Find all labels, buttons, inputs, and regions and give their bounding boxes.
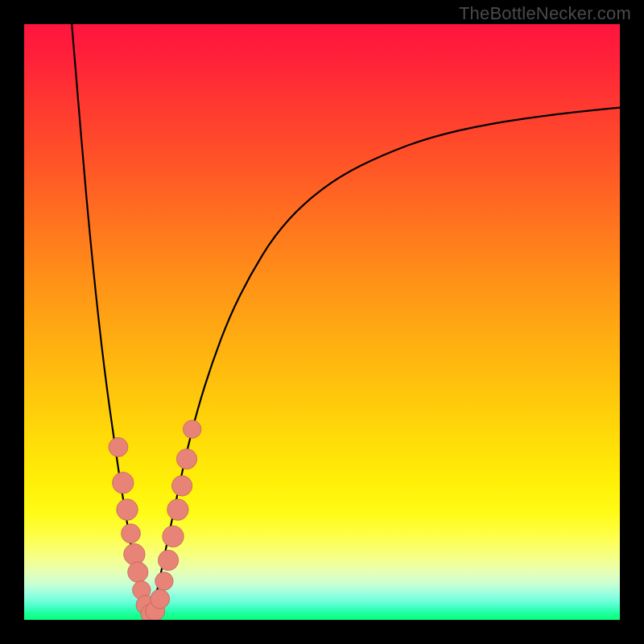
data-marker xyxy=(183,420,201,439)
watermark-text: TheBottleNecker.com xyxy=(459,3,631,24)
data-marker xyxy=(163,526,184,547)
plot-area xyxy=(24,24,620,620)
data-marker xyxy=(117,499,138,521)
data-marker xyxy=(124,543,146,565)
right-branch-curve xyxy=(149,108,620,617)
data-marker xyxy=(171,476,192,496)
marker-group xyxy=(109,420,201,620)
data-marker xyxy=(151,589,170,609)
data-marker xyxy=(158,550,178,570)
chart-frame: TheBottleNecker.com xyxy=(0,0,644,644)
data-marker xyxy=(109,437,128,456)
data-marker xyxy=(167,499,189,521)
data-marker xyxy=(122,524,141,543)
data-marker xyxy=(176,449,196,469)
curves-layer xyxy=(24,24,620,620)
data-marker xyxy=(128,562,148,582)
data-marker xyxy=(113,473,134,494)
data-marker xyxy=(155,572,174,591)
